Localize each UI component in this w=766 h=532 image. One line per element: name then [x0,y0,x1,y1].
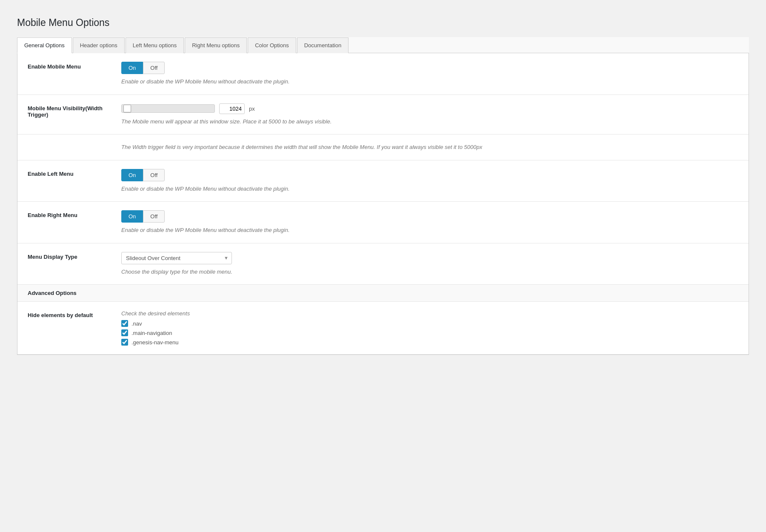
enable-mobile-menu-on[interactable]: On [121,62,143,74]
visibility-control: px The Mobile menu will appear at this w… [121,103,738,126]
visibility-label: Mobile Menu Visibility(Width Trigger) [28,103,121,118]
enable-right-menu-label: Enable Right Menu [28,210,121,218]
tab-documentation[interactable]: Documentation [297,37,349,53]
hide-elements-label: Hide elements by default [28,310,121,318]
hide-nav-label[interactable]: .nav [131,320,142,327]
enable-left-menu-control: On Off Enable or disable the WP Mobile M… [121,169,738,193]
page-title: Mobile Menu Options [17,17,749,29]
advanced-options-label: Advanced Options [28,290,77,296]
hide-nav-checkbox[interactable] [121,320,128,327]
visibility-unit: px [249,106,255,112]
enable-left-menu-help: Enable or disable the WP Mobile Menu wit… [121,185,738,193]
enable-mobile-menu-control: On Off Enable or disable the WP Mobile M… [121,62,738,86]
tab-header[interactable]: Header options [73,37,125,53]
hide-elements-genesis-item: .genesis-nav-menu [121,339,738,346]
hide-main-navigation-checkbox[interactable] [121,329,128,336]
visibility-slider-container: px [121,103,738,114]
hide-elements-control: Check the desired elements .nav .main-na… [121,310,738,346]
hide-elements-row: Hide elements by default Check the desir… [17,302,749,355]
visibility-help: The Mobile menu will appear at this wind… [121,117,738,126]
slider-thumb[interactable] [123,105,131,112]
hide-genesis-nav-menu-label[interactable]: .genesis-nav-menu [131,339,179,346]
enable-left-menu-on[interactable]: On [121,169,143,181]
enable-mobile-menu-label: Enable Mobile Menu [28,62,121,70]
enable-right-menu-help: Enable or disable the WP Mobile Menu wit… [121,226,738,235]
enable-right-menu-control: On Off Enable or disable the WP Mobile M… [121,210,738,235]
tab-general[interactable]: General Options [17,37,72,53]
enable-left-menu-label: Enable Left Menu [28,169,121,177]
width-trigger-info-control: The Width trigger field is very importan… [121,143,738,152]
tabs-bar: General Options Header options Left Menu… [17,37,749,53]
menu-display-type-help: Choose the display type for the mobile m… [121,268,738,276]
hide-genesis-nav-menu-checkbox[interactable] [121,339,128,346]
enable-left-menu-off[interactable]: Off [143,169,165,181]
tab-left-menu[interactable]: Left Menu options [126,37,184,53]
hide-elements-list: .nav .main-navigation .genesis-nav-menu [121,320,738,346]
tab-right-menu[interactable]: Right Menu options [185,37,247,53]
enable-left-menu-row: Enable Left Menu On Off Enable or disabl… [17,160,749,202]
enable-mobile-menu-help: Enable or disable the WP Mobile Menu wit… [121,77,738,86]
width-trigger-info-text: The Width trigger field is very importan… [121,143,738,152]
width-trigger-info-row: The Width trigger field is very importan… [17,134,749,160]
slider-track[interactable] [121,104,215,113]
enable-right-menu-toggle: On Off [121,210,738,223]
hide-main-navigation-label[interactable]: .main-navigation [131,330,172,336]
enable-mobile-menu-off[interactable]: Off [143,62,165,74]
enable-right-menu-on[interactable]: On [121,210,143,223]
enable-left-menu-toggle: On Off [121,169,738,181]
advanced-options-header: Advanced Options [17,285,749,302]
tab-color[interactable]: Color Options [248,37,296,53]
settings-content: Enable Mobile Menu On Off Enable or disa… [17,53,749,355]
hide-elements-check-label: Check the desired elements [121,310,738,317]
menu-display-type-control: Slideout Over Content Slide In Push Cont… [121,252,738,276]
enable-mobile-menu-toggle: On Off [121,62,738,74]
hide-elements-main-nav-item: .main-navigation [121,329,738,336]
visibility-value-input[interactable] [219,103,245,114]
menu-display-type-label: Menu Display Type [28,252,121,260]
width-trigger-info-label [28,143,121,145]
enable-right-menu-row: Enable Right Menu On Off Enable or disab… [17,202,749,243]
menu-display-type-row: Menu Display Type Slideout Over Content … [17,243,749,285]
visibility-row: Mobile Menu Visibility(Width Trigger) px… [17,95,749,135]
enable-right-menu-off[interactable]: Off [143,210,165,223]
menu-display-type-wrapper: Slideout Over Content Slide In Push Cont… [121,252,232,264]
menu-display-type-select[interactable]: Slideout Over Content Slide In Push Cont… [121,252,232,264]
enable-mobile-menu-row: Enable Mobile Menu On Off Enable or disa… [17,53,749,95]
hide-elements-nav-item: .nav [121,320,738,327]
